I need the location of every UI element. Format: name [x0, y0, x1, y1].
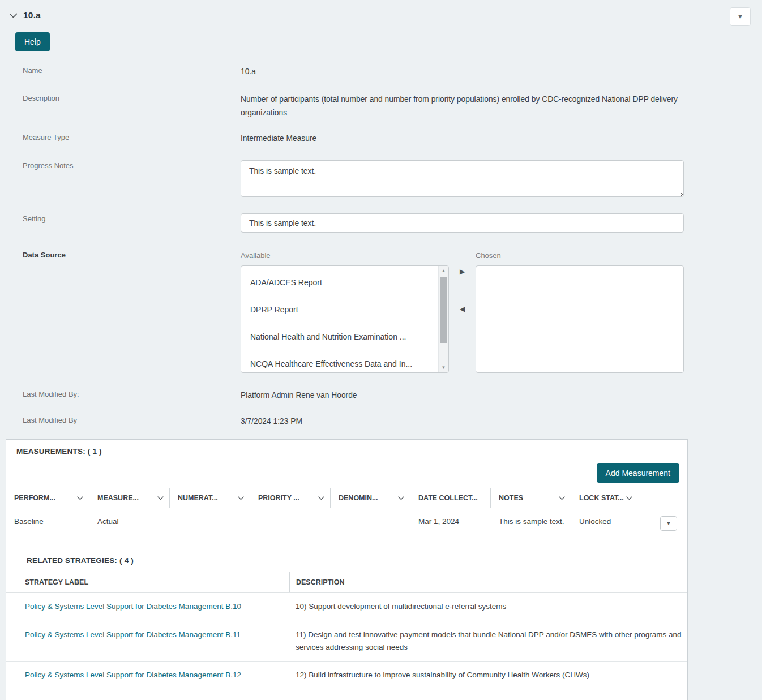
- strategy-link[interactable]: Policy & Systems Level Support for Diabe…: [25, 630, 241, 639]
- table-row: Policy & Systems Level Support for Diabe…: [6, 662, 687, 689]
- strategy-description: 10) Support development of multidirectio…: [289, 593, 687, 620]
- column-header[interactable]: NOTES: [491, 488, 571, 508]
- progress-notes-input[interactable]: This is sample text.: [241, 160, 684, 197]
- chosen-listbox[interactable]: [476, 265, 684, 373]
- related-strategies-table: STRATEGY LABEL DESCRIPTION Policy & Syst…: [6, 572, 687, 700]
- name-label: Name: [0, 65, 241, 75]
- column-header[interactable]: DENOMIN...: [331, 488, 410, 508]
- strategy-description: 11) Design and test innovative payment m…: [289, 621, 687, 662]
- measure-type-label: Measure Type: [0, 132, 241, 141]
- strategy-link[interactable]: Policy & Systems Level Support for Diabe…: [25, 602, 241, 611]
- measure-cell: Actual: [89, 508, 170, 539]
- actions-column-header: [632, 488, 687, 508]
- scrollbar-thumb[interactable]: [440, 277, 447, 343]
- table-row: BaselineActualMar 1, 2024This is sample …: [6, 508, 687, 539]
- scroll-up-icon[interactable]: ▲: [439, 266, 448, 276]
- table-row: Policy & Systems Level Support for Diabe…: [6, 593, 687, 621]
- chevron-down-icon: [398, 495, 404, 501]
- strategies-table-header: STRATEGY LABEL DESCRIPTION: [6, 572, 687, 593]
- description-value: Number of participants (total number and…: [241, 93, 684, 119]
- chevron-down-icon: [626, 495, 632, 501]
- chevron-down-icon: [238, 495, 244, 501]
- field-row-progress-notes: Progress Notes This is sample text.: [0, 160, 762, 201]
- column-header-label: DENOMIN...: [339, 494, 378, 502]
- available-label: Available: [241, 250, 449, 262]
- performance-cell: Baseline: [6, 508, 89, 539]
- column-header[interactable]: LOCK STAT...: [571, 488, 632, 508]
- lock-status-cell: Unlocked: [571, 508, 632, 539]
- field-row-name: Name 10.a: [0, 65, 762, 78]
- progress-notes-label: Progress Notes: [0, 160, 241, 170]
- chevron-down-icon: [77, 495, 83, 501]
- column-header-label: LOCK STAT...: [579, 494, 624, 502]
- section-menu-button[interactable]: ▼: [730, 7, 751, 26]
- data-source-duallist: Available ADA/ADCES ReportDPRP ReportNat…: [241, 250, 684, 373]
- priority-cell: [250, 508, 331, 539]
- field-row-setting: Setting: [0, 213, 762, 233]
- column-header-label: PERFORM...: [14, 494, 55, 502]
- measurements-table: PERFORM...MEASURE...NUMERAT...PRIORITY .…: [6, 488, 687, 539]
- field-row-data-source: Data Source Available ADA/ADCES ReportDP…: [0, 250, 762, 373]
- chevron-down-icon: [318, 495, 324, 501]
- denominator-cell: [331, 508, 410, 539]
- notes-cell: This is sample text.: [491, 508, 571, 539]
- scroll-down-icon[interactable]: ▼: [439, 363, 448, 372]
- listbox-option[interactable]: ADA/ADCES Report: [241, 269, 437, 297]
- chosen-label: Chosen: [476, 250, 684, 262]
- available-listbox[interactable]: ADA/ADCES ReportDPRP ReportNational Heal…: [241, 265, 449, 373]
- listbox-option[interactable]: National Health and Nutrition Examinatio…: [241, 324, 437, 351]
- description-label: Description: [0, 93, 241, 102]
- field-row-last-modified-by-date: Last Modified By 3/7/2024 1:23 PM: [0, 415, 762, 428]
- measure-detail-form: Name 10.a Description Number of particip…: [0, 65, 762, 428]
- listbox-option[interactable]: NCQA Healthcare Effectiveness Data and I…: [241, 351, 437, 373]
- column-header: DATE COLLECT...: [410, 488, 491, 508]
- caret-down-icon: ▼: [666, 521, 671, 526]
- table-row: Policy & Systems Level Support for Diabe…: [6, 621, 687, 662]
- last-modified-by-user-label: Last Modified By:: [0, 389, 241, 398]
- measure-type-value: Intermediate Measure: [241, 132, 684, 145]
- strategy-description: 13) Improve capacity of the diabetes wor…: [289, 689, 687, 700]
- strategy-description: 12) Build infrastructure to improve sust…: [289, 662, 687, 689]
- field-row-measure-type: Measure Type Intermediate Measure: [0, 132, 762, 145]
- column-header[interactable]: NUMERAT...: [170, 488, 250, 508]
- listbox-scrollbar[interactable]: ▲ ▼: [438, 266, 448, 372]
- measurements-table-header: PERFORM...MEASURE...NUMERAT...PRIORITY .…: [6, 488, 687, 508]
- last-modified-by-user-value: Platform Admin Rene van Hoorde: [241, 389, 684, 402]
- chevron-down-icon: [157, 495, 164, 501]
- name-value: 10.a: [241, 65, 684, 78]
- help-button[interactable]: Help: [15, 32, 50, 51]
- date-collected-cell: Mar 1, 2024: [410, 508, 491, 539]
- listbox-option[interactable]: DPRP Report: [241, 297, 437, 324]
- related-strategies-title: RELATED STRATEGIES: ( 4 ): [16, 556, 687, 565]
- caret-down-icon: ▼: [737, 14, 743, 20]
- chevron-down-icon[interactable]: [9, 13, 18, 18]
- page-title: 10.a: [23, 10, 41, 20]
- row-actions-button[interactable]: ▼: [660, 516, 677, 531]
- last-modified-by-date-value: 3/7/2024 1:23 PM: [241, 415, 684, 428]
- measurements-title: MEASUREMENTS: ( 1 ): [6, 447, 687, 456]
- column-header[interactable]: PERFORM...: [6, 488, 89, 508]
- add-measurement-button[interactable]: Add Measurement: [597, 463, 679, 483]
- column-header-label: NUMERAT...: [178, 494, 218, 502]
- chevron-down-icon: [559, 495, 565, 501]
- column-header-label: DATE COLLECT...: [418, 494, 478, 502]
- numerator-cell: [170, 508, 250, 539]
- section-header: 10.a: [0, 0, 762, 20]
- strategy-link[interactable]: Policy & Systems Level Support for Diabe…: [25, 671, 241, 679]
- column-header[interactable]: MEASURE...: [89, 488, 170, 508]
- field-row-last-modified-by-user: Last Modified By: Platform Admin Rene va…: [0, 389, 762, 402]
- column-header[interactable]: PRIORITY ...: [250, 488, 331, 508]
- setting-input[interactable]: [241, 213, 684, 233]
- table-row: Policy & Systems Level Support for Diabe…: [6, 689, 687, 700]
- measurements-panel: MEASUREMENTS: ( 1 ) Add Measurement PERF…: [6, 439, 688, 700]
- move-left-icon[interactable]: ◀: [460, 305, 465, 313]
- field-row-description: Description Number of participants (tota…: [0, 93, 762, 119]
- column-header-label: NOTES: [499, 494, 523, 502]
- last-modified-by-date-label: Last Modified By: [0, 415, 241, 424]
- setting-label: Setting: [0, 213, 241, 223]
- description-column-header: DESCRIPTION: [289, 572, 687, 592]
- column-header-label: PRIORITY ...: [258, 494, 299, 502]
- move-right-icon[interactable]: ▶: [460, 268, 465, 276]
- data-source-label: Data Source: [0, 250, 241, 259]
- strategy-label-column-header: STRATEGY LABEL: [6, 572, 289, 592]
